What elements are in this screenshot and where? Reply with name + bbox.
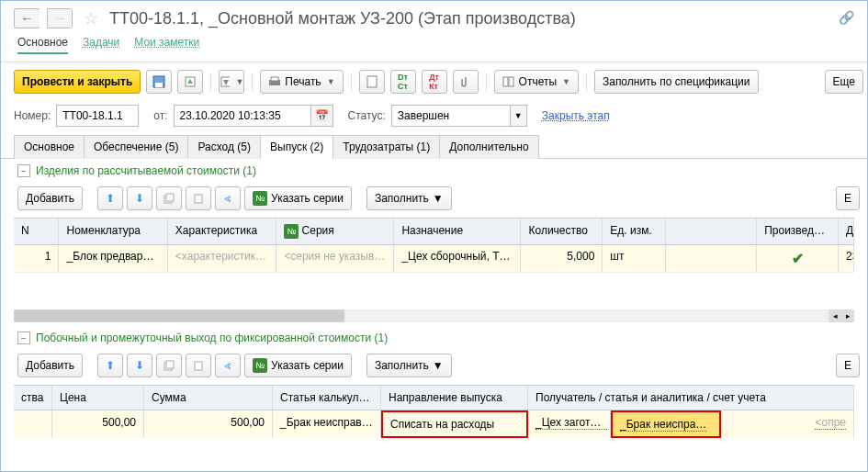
- attach-button[interactable]: [453, 70, 479, 94]
- series-icon: №: [253, 191, 267, 206]
- create-based-on-button[interactable]: ▾▼: [219, 70, 244, 94]
- share-button-2[interactable]: ⪡: [215, 354, 241, 377]
- col-n: N: [14, 219, 59, 244]
- status-dropdown-icon[interactable]: ▼: [511, 105, 527, 127]
- section2-title: Побочный и промежуточный выход по фиксир…: [36, 332, 388, 344]
- col2-calc: Статья калькуля…: [273, 386, 381, 410]
- status-label: Статус:: [348, 109, 386, 122]
- direction-cell-highlighted[interactable]: Списать на расходы: [381, 410, 528, 438]
- tab-expense[interactable]: Расход (5): [187, 135, 261, 159]
- svg-rect-14: [166, 361, 174, 368]
- col-nom: Номенклатура: [59, 219, 167, 244]
- move-down-button[interactable]: ⬇: [127, 186, 152, 210]
- number-label: Номер:: [14, 109, 51, 122]
- col-uom: Ед. изм.: [603, 219, 666, 244]
- col2-sum: Сумма: [144, 386, 273, 410]
- col2-dir: Направление выпуска: [381, 386, 528, 410]
- section1-title: Изделия по рассчитываемой стоимости (1): [36, 164, 256, 177]
- svg-text:▾: ▾: [223, 75, 229, 88]
- toptab-tasks[interactable]: Задачи: [83, 36, 119, 54]
- doc-button[interactable]: [359, 70, 385, 94]
- paste-button-2[interactable]: [186, 354, 211, 377]
- calendar-icon[interactable]: 📅: [311, 105, 333, 127]
- svg-rect-1: [155, 83, 163, 87]
- page-title: ТТ00-18.1.1, _Основной монтаж УЗ-200 (Эт…: [109, 9, 576, 28]
- fill-button-2[interactable]: Заполнить▼: [366, 354, 452, 377]
- tab-main[interactable]: Основное: [14, 135, 85, 159]
- svg-rect-7: [367, 76, 377, 87]
- share-button[interactable]: ⪡: [215, 186, 241, 210]
- collapse-icon[interactable]: −: [17, 332, 30, 344]
- more2-button[interactable]: Е: [836, 186, 860, 210]
- close-stage-link[interactable]: Закрыть этап: [542, 109, 610, 122]
- col-dest: Назначение: [394, 219, 521, 244]
- more2-button-2[interactable]: Е: [836, 354, 860, 377]
- post-and-close-button[interactable]: Провести и закрыть: [14, 70, 141, 94]
- recipient-cell-highlighted[interactable]: _Брак неиспра…: [611, 410, 721, 438]
- col-date: Дата п: [839, 219, 854, 244]
- save-button[interactable]: [146, 70, 172, 94]
- svg-rect-9: [509, 77, 513, 86]
- print-button[interactable]: Печать▼: [260, 70, 343, 94]
- copy-button-2[interactable]: [156, 354, 182, 377]
- link-icon[interactable]: 🔗: [839, 10, 854, 25]
- dtcr-button[interactable]: DтCт: [390, 70, 416, 94]
- more-button[interactable]: Еще: [825, 70, 863, 94]
- move-up-button[interactable]: ⬆: [97, 186, 123, 210]
- add-button[interactable]: Добавить: [17, 186, 83, 210]
- svg-rect-6: [271, 77, 278, 81]
- nav-forward-button[interactable]: →: [47, 8, 73, 28]
- nav-back-button[interactable]: ←: [14, 8, 39, 28]
- col-ser: № Серия: [276, 219, 394, 244]
- svg-rect-8: [503, 77, 508, 86]
- series-icon: №: [253, 358, 267, 373]
- col2-recv: Получатель / статья и аналитика / счет у…: [528, 386, 854, 410]
- star-icon[interactable]: ☆: [84, 8, 98, 28]
- col2-c0: ства: [14, 386, 52, 410]
- status-field[interactable]: Завершен: [391, 105, 511, 127]
- svg-rect-15: [195, 362, 202, 370]
- date-field[interactable]: 23.10.2020 10:13:35: [174, 105, 311, 127]
- produced-check-icon: ✔: [757, 245, 839, 272]
- tab-labor[interactable]: Трудозатраты (1): [333, 135, 440, 159]
- toptab-main[interactable]: Основное: [17, 36, 68, 54]
- copy-button[interactable]: [156, 186, 182, 210]
- col2-price: Цена: [52, 386, 144, 410]
- fill-by-spec-button[interactable]: Заполнить по спецификации: [594, 70, 759, 94]
- table-row[interactable]: 1 _Блок предварит… <характеристики… <сер…: [14, 245, 854, 273]
- col-char: Характеристика: [168, 219, 276, 244]
- move-down-button-2[interactable]: ⬇: [127, 354, 152, 377]
- set-series-button-2[interactable]: №Указать серии: [244, 354, 352, 377]
- toptab-notes[interactable]: Мои заметки: [134, 36, 199, 54]
- set-series-button[interactable]: №Указать серии: [244, 186, 352, 210]
- tab-additional[interactable]: Дополнительно: [439, 135, 538, 159]
- col-blank: [666, 219, 757, 244]
- collapse-icon[interactable]: −: [17, 164, 30, 177]
- svg-rect-12: [195, 195, 202, 203]
- move-up-button-2[interactable]: ⬆: [97, 354, 123, 377]
- reports-button[interactable]: Отчеты▼: [494, 70, 579, 94]
- fill-button[interactable]: Заполнить▼: [366, 186, 452, 210]
- number-field[interactable]: ТТ00-18.1.1: [56, 105, 139, 127]
- from-label: от:: [153, 109, 167, 122]
- col-qty: Количество: [521, 219, 603, 244]
- table-row[interactable]: 500,00 500,00 _Брак неисправи… Списать н…: [14, 410, 854, 438]
- svg-rect-11: [166, 194, 174, 201]
- tab-supply[interactable]: Обеспечение (5): [84, 135, 188, 159]
- dtkt-button[interactable]: ДтКт: [422, 70, 447, 94]
- add-button-2[interactable]: Добавить: [17, 354, 83, 377]
- horizontal-scrollbar[interactable]: ◂ ▸: [14, 309, 854, 322]
- post-button[interactable]: [177, 70, 203, 94]
- paste-button[interactable]: [186, 186, 211, 210]
- col-prod: Произведено: [757, 219, 839, 244]
- tab-output[interactable]: Выпуск (2): [260, 135, 333, 159]
